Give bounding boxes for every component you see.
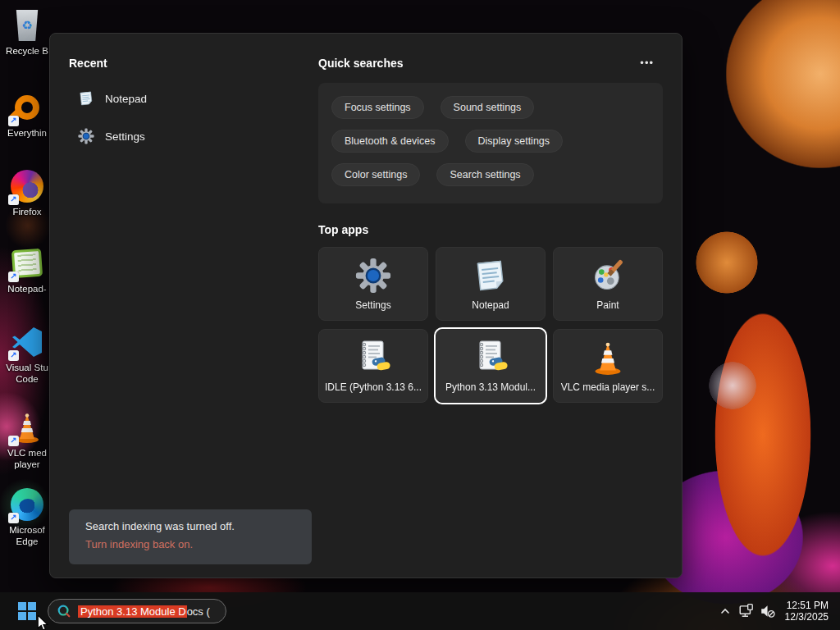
shortcut-arrow-icon: ↗ bbox=[8, 272, 19, 282]
tile-label: IDLE (Python 3.13 6... bbox=[322, 381, 424, 393]
vscode-icon: ↗ bbox=[10, 325, 44, 359]
desktop-icon-label-line2: player bbox=[14, 459, 39, 470]
tile-label: Notepad bbox=[440, 299, 541, 311]
desktop-icon-label: Recycle B bbox=[6, 45, 48, 57]
python-document-icon bbox=[472, 340, 509, 376]
tile-label: Settings bbox=[322, 299, 424, 311]
vlc-cone-icon bbox=[590, 340, 626, 376]
clock-time: 12:51 PM bbox=[785, 600, 829, 611]
search-query-text: Python 3.13 Module Docs ( bbox=[78, 605, 210, 618]
clock-date: 12/3/2025 bbox=[785, 611, 829, 623]
quick-search-pill[interactable]: Sound settings bbox=[441, 96, 535, 119]
everything-magnifier-icon: ↗ bbox=[10, 90, 44, 125]
tray-chevron-up-icon[interactable] bbox=[714, 600, 736, 622]
search-unselected-text: ocs ( bbox=[187, 605, 210, 618]
desktop-icon-label: VLC med bbox=[7, 447, 47, 459]
taskbar-search-input[interactable]: Python 3.13 Module Docs ( bbox=[48, 599, 226, 623]
desktop-icon-label-line2: Edge bbox=[16, 536, 39, 547]
desktop-icon-firefox[interactable]: ↗ Firefox bbox=[1, 169, 53, 217]
edge-icon: ↗ bbox=[10, 487, 44, 522]
top-app-tile-idle-python[interactable]: IDLE (Python 3.13 6... bbox=[318, 329, 428, 403]
shortcut-arrow-icon: ↗ bbox=[8, 436, 19, 446]
top-app-tile-notepad[interactable]: Notepad bbox=[436, 247, 546, 321]
top-app-tile-paint[interactable]: Paint bbox=[553, 247, 663, 321]
search-icon bbox=[57, 604, 71, 619]
recent-item-label: Settings bbox=[105, 130, 145, 143]
gear-icon bbox=[78, 128, 94, 144]
quick-searches-title: Quick searches bbox=[318, 57, 404, 70]
taskbar: Python 3.13 Module Docs ( 12:51 PM 12/3/… bbox=[0, 592, 840, 630]
recent-item-label: Notepad bbox=[105, 93, 147, 105]
more-options-icon[interactable]: ••• bbox=[640, 57, 654, 69]
paint-palette-icon bbox=[590, 258, 626, 294]
desktop-icon-label: Visual Stu bbox=[6, 362, 48, 373]
shortcut-arrow-icon: ↗ bbox=[8, 350, 19, 361]
top-apps-grid: Settings Notepad bbox=[318, 247, 663, 403]
tile-label: Python 3.13 Modul... bbox=[440, 381, 541, 393]
tile-label: VLC media player s... bbox=[557, 381, 659, 393]
desktop-icon-label-line2: Code bbox=[16, 373, 39, 385]
desktop-icon-everything[interactable]: ↗ Everythin bbox=[1, 90, 53, 139]
search-flyout-panel: Recent Notepad Setti bbox=[49, 33, 682, 578]
gear-icon bbox=[355, 258, 391, 294]
shortcut-arrow-icon: ↗ bbox=[8, 513, 19, 523]
recent-item-settings[interactable]: Settings bbox=[78, 126, 145, 147]
system-tray: 12:51 PM 12/3/2025 bbox=[714, 592, 840, 630]
search-selection: Python 3.13 Module D bbox=[78, 605, 187, 618]
top-app-tile-python-module-docs[interactable]: Python 3.13 Modul... bbox=[436, 329, 546, 403]
shortcut-arrow-icon: ↗ bbox=[8, 194, 19, 205]
windows-logo-icon bbox=[18, 602, 36, 620]
recent-section-title: Recent bbox=[69, 57, 107, 70]
desktop-icon-recycle-bin[interactable]: ♻ Recycle B bbox=[1, 8, 53, 57]
quick-search-pill[interactable]: Bluetooth & devices bbox=[331, 130, 449, 153]
python-document-icon bbox=[355, 340, 391, 376]
recycle-bin-icon: ♻ bbox=[10, 8, 44, 43]
top-apps-title: Top apps bbox=[318, 223, 368, 236]
quick-searches-card: Focus settings Sound settings Bluetooth … bbox=[318, 83, 663, 203]
top-app-tile-vlc[interactable]: VLC media player s... bbox=[553, 329, 663, 403]
quick-search-pill[interactable]: Focus settings bbox=[331, 96, 424, 119]
tray-volume-muted-icon[interactable] bbox=[757, 600, 778, 622]
desktop-icon-label: Everythin bbox=[7, 127, 47, 139]
quick-search-pill[interactable]: Display settings bbox=[465, 130, 564, 153]
vlc-cone-icon: ↗ bbox=[10, 410, 44, 445]
desktop-icon-visual-studio-code[interactable]: ↗ Visual Stu Code bbox=[1, 325, 53, 385]
desktop-icon-label: Firefox bbox=[12, 206, 41, 217]
notepad-icon bbox=[78, 90, 94, 107]
mouse-cursor bbox=[36, 615, 50, 630]
notepad-icon bbox=[472, 258, 509, 294]
indexing-notice-message: Search indexing was turned off. bbox=[85, 519, 295, 533]
firefox-icon: ↗ bbox=[10, 169, 44, 203]
desktop-icon-notepad-plus-plus[interactable]: ↗ Notepad- bbox=[1, 246, 53, 294]
recent-item-notepad[interactable]: Notepad bbox=[78, 88, 147, 109]
desktop-icon-microsoft-edge[interactable]: ↗ Microsof Edge bbox=[1, 487, 53, 547]
tray-network-icon[interactable] bbox=[736, 600, 757, 622]
indexing-notice: Search indexing was turned off. Turn ind… bbox=[69, 509, 312, 564]
quick-search-pill[interactable]: Color settings bbox=[331, 163, 420, 186]
top-app-tile-settings[interactable]: Settings bbox=[318, 247, 428, 321]
indexing-action-link[interactable]: Turn indexing back on. bbox=[85, 537, 295, 551]
tile-label: Paint bbox=[557, 299, 659, 311]
notepad-plus-plus-icon: ↗ bbox=[10, 246, 44, 281]
desktop-icon-vlc[interactable]: ↗ VLC med player bbox=[1, 410, 53, 470]
desktop-icon-label: Notepad- bbox=[7, 283, 46, 294]
desktop-icon-label: Microsof bbox=[9, 524, 44, 536]
taskbar-clock[interactable]: 12:51 PM 12/3/2025 bbox=[785, 600, 829, 623]
shortcut-arrow-icon: ↗ bbox=[8, 116, 19, 126]
quick-search-pill[interactable]: Search settings bbox=[436, 163, 533, 186]
